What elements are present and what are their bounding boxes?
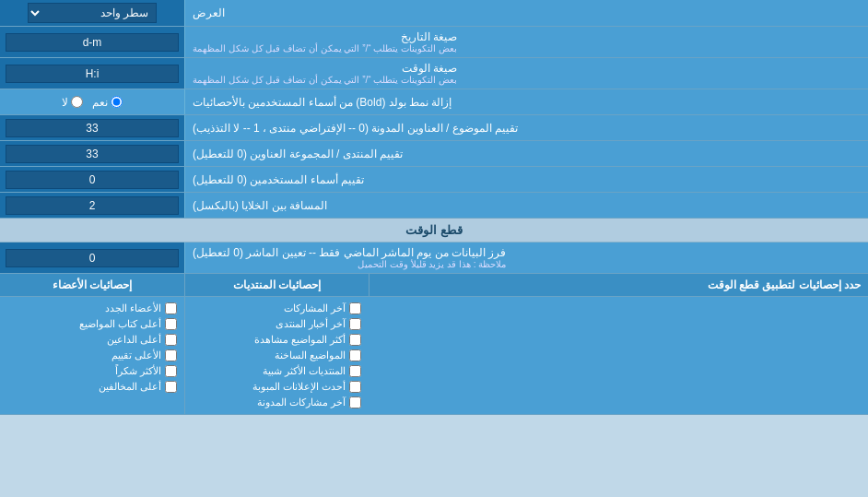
topic-rating-row: تقييم الموضوع / العناوين المدونة (0 -- ا…	[0, 115, 868, 141]
username-rating-input[interactable]	[6, 171, 179, 189]
col2-header: إحصائيات المنتديات	[184, 274, 369, 296]
checkbox-last-posts-input[interactable]	[349, 302, 361, 314]
checkbox-most-viewed: أكثر المواضيع مشاهدة	[193, 332, 361, 348]
username-rating-row: تقييم أسماء المستخدمين (0 للتعطيل)	[0, 167, 868, 193]
stats-empty-area	[369, 297, 868, 414]
radio-yes[interactable]	[111, 96, 123, 108]
checkbox-hot-topics-input[interactable]	[349, 349, 361, 361]
stats-header-row: حدد إحصائيات لتطبيق قطع الوقت إحصائيات ا…	[0, 274, 868, 297]
bold-remove-label: إزالة نمط بولد (Bold) من أسماء المستخدمي…	[184, 89, 868, 114]
date-format-input-cell	[0, 27, 184, 57]
checkbox-top-inviters-input[interactable]	[165, 334, 177, 346]
stats-members-col: الأعضاء الجدد أعلى كتاب المواضيع أعلى ال…	[0, 297, 184, 414]
bold-remove-row: إزالة نمط بولد (Bold) من أسماء المستخدمي…	[0, 89, 868, 115]
date-format-input[interactable]	[6, 33, 179, 52]
realtime-filter-row: فرز البيانات من يوم الماشر الماضي فقط --…	[0, 243, 868, 274]
realtime-filter-input[interactable]	[6, 249, 179, 267]
stats-checkboxes-row: آخر المشاركات آخر أخبار المنتدى أكثر الم…	[0, 297, 868, 414]
checkbox-last-news: آخر أخبار المنتدى	[193, 316, 361, 332]
checkbox-last-blog-posts-input[interactable]	[349, 396, 361, 408]
realtime-filter-input-cell	[0, 243, 184, 273]
date-format-row: صيغة التاريخ بعض التكوينات يتطلب “/” الت…	[0, 27, 868, 58]
checkbox-top-rated: الأعلى تقييم	[7, 348, 177, 363]
checkbox-top-writers: أعلى كتاب المواضيع	[7, 316, 177, 332]
username-rating-input-cell	[0, 167, 184, 192]
checkbox-most-similar: المنتديات الأكثر شبية	[193, 363, 361, 379]
topic-rating-input-cell	[0, 115, 184, 140]
checkbox-last-blog-posts: آخر مشاركات المدونة	[193, 395, 361, 410]
checkbox-latest-ads-input[interactable]	[349, 381, 361, 393]
forum-rating-input[interactable]	[6, 145, 179, 163]
time-format-input-cell	[0, 58, 184, 89]
radio-no[interactable]	[71, 96, 83, 108]
checkbox-new-members-input[interactable]	[165, 302, 177, 314]
display-label: العرض	[184, 0, 868, 26]
checkbox-new-members: الأعضاء الجدد	[7, 301, 177, 316]
cell-spacing-input[interactable]	[6, 196, 179, 215]
display-row: العرض سطر واحد	[0, 0, 868, 27]
topic-rating-input[interactable]	[6, 119, 179, 137]
checkbox-most-thanked-input[interactable]	[165, 365, 177, 377]
time-format-row: صيغة الوقت بعض التكوينات يتطلب “/” التي …	[0, 58, 868, 89]
time-format-label: صيغة الوقت بعض التكوينات يتطلب “/” التي …	[184, 58, 868, 89]
radio-no-label[interactable]: لا	[62, 96, 83, 109]
forum-rating-input-cell	[0, 141, 184, 166]
stats-forums-col: آخر المشاركات آخر أخبار المنتدى أكثر الم…	[184, 297, 369, 414]
realtime-filter-label: فرز البيانات من يوم الماشر الماضي فقط --…	[184, 243, 868, 273]
stats-section: حدد إحصائيات لتطبيق قطع الوقت إحصائيات ا…	[0, 274, 868, 415]
col1-header: إحصائيات الأعضاء	[0, 274, 184, 296]
checkbox-top-violators: أعلى المخالفين	[7, 379, 177, 395]
cell-spacing-input-cell	[0, 193, 184, 218]
cell-spacing-label: المسافة بين الخلايا (بالبكسل)	[184, 193, 868, 218]
bold-remove-radio-cell: نعم لا	[0, 89, 184, 114]
radio-yes-label[interactable]: نعم	[92, 96, 123, 109]
checkbox-hot-topics: المواضيع الساخنة	[193, 348, 361, 363]
checkbox-top-inviters: أعلى الداعين	[7, 332, 177, 348]
forum-rating-label: تقييم المنتدى / المجموعة العناوين (0 للت…	[184, 141, 868, 166]
forum-rating-row: تقييم المنتدى / المجموعة العناوين (0 للت…	[0, 141, 868, 167]
checkbox-last-posts: آخر المشاركات	[193, 301, 361, 316]
cell-spacing-row: المسافة بين الخلايا (بالبكسل)	[0, 193, 868, 219]
checkbox-top-rated-input[interactable]	[165, 349, 177, 361]
checkbox-most-thanked: الأكثر شكراً	[7, 363, 177, 379]
checkbox-top-violators-input[interactable]	[165, 381, 177, 393]
topic-rating-label: تقييم الموضوع / العناوين المدونة (0 -- ا…	[184, 115, 868, 140]
checkbox-top-writers-input[interactable]	[165, 318, 177, 330]
checkbox-last-news-input[interactable]	[349, 318, 361, 330]
username-rating-label: تقييم أسماء المستخدمين (0 للتعطيل)	[184, 167, 868, 192]
realtime-section-header: قطع الوقت	[0, 219, 868, 243]
date-format-label: صيغة التاريخ بعض التكوينات يتطلب “/” الت…	[184, 27, 868, 57]
display-select[interactable]: سطر واحد	[28, 3, 157, 23]
display-select-cell: سطر واحد	[0, 0, 184, 26]
checkbox-most-viewed-input[interactable]	[349, 334, 361, 346]
checkbox-latest-ads: أحدث الإعلانات المبوبة	[193, 379, 361, 395]
time-format-input[interactable]	[6, 65, 179, 83]
checkbox-most-similar-input[interactable]	[349, 365, 361, 377]
stats-apply-label: حدد إحصائيات لتطبيق قطع الوقت	[369, 274, 868, 296]
